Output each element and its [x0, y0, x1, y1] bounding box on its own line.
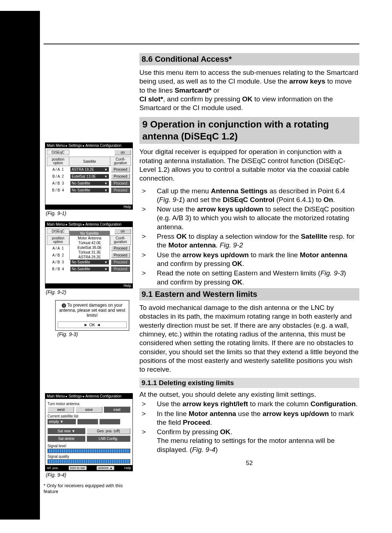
fig-caption: (Fig. 9-4): [46, 472, 134, 478]
empty-dropdown[interactable]: empty ▼: [48, 419, 76, 424]
sat-new-button[interactable]: Sat new ▼: [48, 428, 85, 434]
chapter-heading-9: 9 Operation in conjunction with a rotati…: [139, 117, 359, 144]
col-sat: Satellite: [69, 157, 110, 166]
table-row: B / B 4No Satellite▼Proceed: [47, 187, 131, 194]
lnb-config-button[interactable]: LNB Config.: [87, 436, 130, 442]
col-conf: Confi-guration: [110, 157, 131, 166]
subsection-heading-9-1-1: 9.1.1 Deleting existing limits: [139, 378, 359, 388]
table-row: B / A 2EutelSat 13.0E▼Proceed: [47, 173, 131, 180]
geo-pos-button[interactable]: Geo. pos. (off): [87, 428, 130, 434]
ok-button[interactable]: ▶OK◀: [58, 322, 127, 328]
fig-9-4: Main Menu ▸ Settings ▸ Antenna Configura…: [45, 393, 133, 471]
figure-column: Main Menu ▸ Settings ▸ Antenna Configura…: [44, 52, 134, 495]
signal-level-bar: [48, 449, 130, 453]
fig-caption: (Fig. 9-3): [57, 331, 134, 337]
section-heading-9-1: 9.1 Eastern and Western limits: [139, 288, 359, 300]
fig-9-2: Main Menu ▸ Settings ▸ Antenna Configura…: [45, 221, 133, 288]
west-button[interactable]: west: [48, 407, 74, 413]
para-9-1: To avoid mechanical damage to the dish a…: [139, 303, 359, 374]
east-button[interactable]: east: [104, 407, 130, 413]
manual-page: Main Menu ▸ Settings ▸ Antenna Configura…: [0, 0, 392, 533]
sat-delete-button[interactable]: Sat delete: [48, 436, 85, 442]
para-9-1-1-intro: At the outset, you should delete any exi…: [139, 390, 359, 399]
turn-to-sat-button[interactable]: turn to sat: [69, 466, 87, 470]
bullet-list-9-1-1: >Use the arrow keys right/left to mark t…: [139, 400, 359, 454]
para-8-6: Use this menu item to access the sub-men…: [139, 68, 359, 113]
text-column: 8.6 Conditional Access* Use this menu it…: [139, 52, 359, 495]
satellite-dropdown[interactable]: No Satellite Motor Antenna Türksat 42.0E…: [69, 231, 110, 260]
para-9-intro: Your digital receiver is equipped for op…: [139, 148, 359, 183]
info-icon: i: [62, 303, 66, 308]
table-row: A / B 3No Satellite▼Proceed: [47, 180, 131, 187]
fig-caption: (Fig. 9-2): [46, 289, 134, 295]
help-footer[interactable]: Help: [45, 205, 132, 209]
fig-caption: (Fig. 9-1): [46, 210, 134, 216]
table-row: A / A 1ASTRA 19.2E▼Proceed: [47, 166, 131, 173]
signal-quality-bar: [48, 459, 130, 464]
save-button[interactable]: save: [75, 407, 102, 413]
page-number: 52: [139, 459, 359, 467]
col-pos: position option: [47, 157, 69, 166]
footnote: * Only for receivers equipped with this …: [44, 483, 134, 495]
fig-9-1: Main Menu ▸ Settings ▸ Antenna Configura…: [45, 142, 133, 210]
black-margin: [0, 11, 40, 520]
top-rule: [44, 44, 359, 44]
page-content: Main Menu ▸ Settings ▸ Antenna Configura…: [40, 0, 392, 533]
section-heading-8-6: 8.6 Conditional Access*: [139, 53, 359, 65]
actions-button[interactable]: actions ▲: [97, 466, 115, 470]
on-toggle[interactable]: on: [114, 150, 131, 155]
bullet-list-9: >Call up the menu Antenna Settings as de…: [139, 187, 359, 287]
diseqc-label: DiSEqC: [47, 150, 69, 155]
fig-breadcrumb: Main Menu ▸ Settings ▸ Antenna Configura…: [45, 143, 132, 148]
fig-breadcrumb: Main Menu ▸ Settings ▸ Antenna Configura…: [45, 222, 132, 227]
antenna-table: position option Satellite Confi-guration…: [47, 157, 131, 194]
fig-9-3: i To prevent damages on your antenna, pl…: [55, 300, 129, 331]
help-link[interactable]: Help: [124, 466, 131, 470]
